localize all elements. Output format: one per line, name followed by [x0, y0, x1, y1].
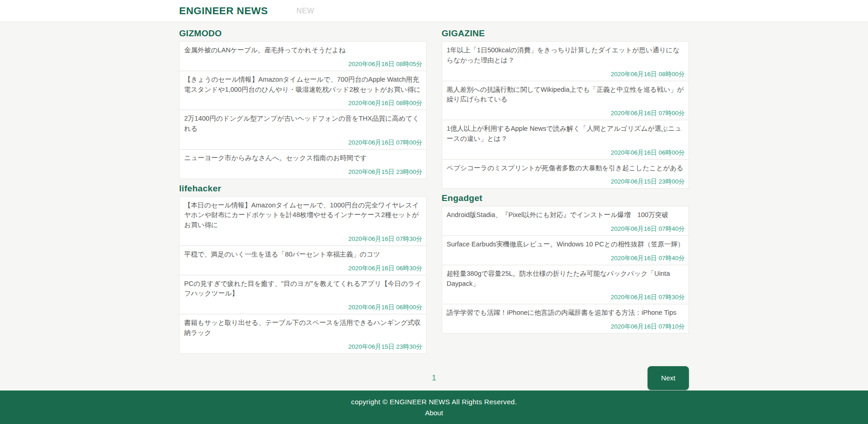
article-title: ニューヨーク市からみなさんへ。セックス指南のお時間です — [184, 153, 423, 163]
footer: copyright © ENGINEER NEWS All Rights Res… — [0, 391, 868, 424]
article-list: 1年以上「1日500kcalの消費」をきっちり計算したダイエットが思い通りになら… — [442, 41, 689, 189]
app-header: ENGINEER NEWS NEW — [0, 0, 868, 22]
article-title: 【きょうのセール情報】Amazonタイムセールで、700円台のApple Wat… — [184, 75, 423, 95]
article-title: 金属外被のLANケーブル。産毛持ってかれそうだよね — [184, 45, 423, 56]
article-timestamp: 2020年06月16日 08時00分 — [447, 70, 685, 78]
article-card[interactable]: Surface Earbuds実機徹底レビュー。Windows 10 PCとの相… — [442, 235, 689, 265]
section-title-engadget: Engadget — [442, 193, 689, 203]
article-card[interactable]: 1年以上「1日500kcalの消費」をきっちり計算したダイエットが思い通りになら… — [442, 42, 689, 81]
article-card[interactable]: 超軽量380gで容量25L。防水仕様の折りたたみ可能なバックパック「Uinta … — [442, 265, 689, 304]
article-timestamp: 2020年06月15日 23時00分 — [184, 168, 423, 176]
article-timestamp: 2020年06月15日 23時00分 — [447, 178, 685, 186]
article-card[interactable]: 語学学習でも活躍！iPhoneに他言語の内蔵辞書を追加する方法：iPhone T… — [442, 304, 689, 333]
article-card[interactable]: 平穏で、満足のいく一生を送る「80パーセント幸福主義」のコツ 2020年06月1… — [180, 245, 426, 275]
article-title: 黒人差別への抗議行動に関してWikipedia上でも「正義と中立性を巡る戦い」が… — [447, 85, 685, 105]
section-gizmodo: GIZMODO 金属外被のLANケーブル。産毛持ってかれそうだよね 2020年0… — [179, 28, 427, 179]
section-lifehacker: lifehacker 【本日のセール情報】Amazonタイムセールで、1000円… — [179, 184, 427, 354]
pagination: 1 Next — [179, 366, 689, 390]
article-timestamp: 2020年06月16日 08時00分 — [184, 99, 423, 107]
article-timestamp: 2020年06月16日 06時00分 — [184, 303, 423, 312]
article-card[interactable]: ニューヨーク市からみなさんへ。セックス指南のお時間です 2020年06月15日 … — [180, 149, 426, 179]
about-link[interactable]: About — [425, 408, 443, 418]
article-title: 書籍もサッと取り出せる、テーブル下のスペースを活用できるハンギング式収納ラック — [184, 318, 423, 338]
article-timestamp: 2020年06月16日 07時30分 — [447, 293, 685, 301]
section-gigazine: GIGAZINE 1年以上「1日500kcalの消費」をきっちり計算したダイエッ… — [442, 28, 689, 189]
article-title: 平穏で、満足のいく一生を送る「80パーセント幸福主義」のコツ — [184, 250, 423, 260]
article-title: ペプシコーラのミスプリントが死傷者多数の大暴動を引き起こしたことがある — [447, 163, 685, 173]
article-timestamp: 2020年06月15日 23時30分 — [184, 343, 423, 351]
news-columns: GIZMODO 金属外被のLANケーブル。産毛持ってかれそうだよね 2020年0… — [179, 22, 689, 358]
header-inner: ENGINEER NEWS NEW — [179, 0, 689, 22]
article-list: Android版Stadia、『Pixel以外にも対応』でインストール爆増 10… — [442, 206, 689, 334]
article-card[interactable]: PCの見すぎで疲れた目を癒す、"目のヨガ"を教えてくれるアプリ【今日のライフハッ… — [180, 275, 426, 314]
article-timestamp: 2020年06月16日 07時40分 — [447, 225, 685, 233]
page-number[interactable]: 1 — [432, 374, 436, 383]
nav-item-new[interactable]: NEW — [297, 7, 315, 15]
article-card[interactable]: 黒人差別への抗議行動に関してWikipedia上でも「正義と中立性を巡る戦い」が… — [442, 81, 689, 120]
article-title: PCの見すぎで疲れた目を癒す、"目のヨガ"を教えてくれるアプリ【今日のライフハッ… — [184, 279, 423, 299]
section-title-gizmodo: GIZMODO — [179, 28, 427, 39]
article-card[interactable]: ペプシコーラのミスプリントが死傷者多数の大暴動を引き起こしたことがある 2020… — [442, 159, 689, 189]
article-title: 1年以上「1日500kcalの消費」をきっちり計算したダイエットが思い通りになら… — [447, 45, 685, 66]
article-title: 2万1400円のドングル型アンプが古いヘッドフォンの音をTHX品質に高めてくれる — [184, 114, 423, 134]
right-column: GIGAZINE 1年以上「1日500kcalの消費」をきっちり計算したダイエッ… — [442, 28, 689, 358]
article-timestamp: 2020年06月16日 06時00分 — [447, 149, 685, 157]
article-card[interactable]: 2万1400円のドングル型アンプが古いヘッドフォンの音をTHX品質に高めてくれる… — [180, 110, 426, 149]
section-title-lifehacker: lifehacker — [179, 184, 427, 194]
section-title-gigazine: GIGAZINE — [442, 28, 689, 39]
article-timestamp: 2020年06月16日 07時00分 — [447, 109, 685, 117]
article-card[interactable]: 【きょうのセール情報】Amazonタイムセールで、700円台のApple Wat… — [180, 71, 426, 110]
article-timestamp: 2020年06月16日 07時40分 — [447, 254, 685, 262]
main-content: GIZMODO 金属外被のLANケーブル。産毛持ってかれそうだよね 2020年0… — [0, 22, 868, 391]
article-card[interactable]: 【本日のセール情報】Amazonタイムセールで、1000円台の完全ワイヤレスイヤ… — [180, 197, 426, 245]
article-title: 1億人以上が利用するApple Newsで読み解く「人間とアルゴリズムが選ぶニュ… — [447, 124, 685, 144]
next-button[interactable]: Next — [648, 366, 689, 390]
main-nav: NEW — [297, 7, 315, 15]
article-card[interactable]: 1億人以上が利用するApple Newsで読み解く「人間とアルゴリズムが選ぶニュ… — [442, 120, 689, 159]
article-card[interactable]: Android版Stadia、『Pixel以外にも対応』でインストール爆増 10… — [442, 206, 689, 235]
article-title: 超軽量380gで容量25L。防水仕様の折りたたみ可能なバックパック「Uinta … — [447, 269, 685, 289]
article-timestamp: 2020年06月16日 06時30分 — [184, 264, 423, 273]
content-container: GIZMODO 金属外被のLANケーブル。産毛持ってかれそうだよね 2020年0… — [179, 22, 689, 390]
left-column: GIZMODO 金属外被のLANケーブル。産毛持ってかれそうだよね 2020年0… — [179, 28, 427, 358]
site-title[interactable]: ENGINEER NEWS — [179, 5, 268, 17]
article-timestamp: 2020年06月16日 07時00分 — [184, 139, 423, 147]
article-timestamp: 2020年06月16日 07時10分 — [447, 323, 685, 331]
article-card[interactable]: 金属外被のLANケーブル。産毛持ってかれそうだよね 2020年06月16日 08… — [180, 42, 426, 71]
article-title: Android版Stadia、『Pixel以外にも対応』でインストール爆増 10… — [447, 210, 685, 220]
article-title: 語学学習でも活躍！iPhoneに他言語の内蔵辞書を追加する方法：iPhone T… — [447, 308, 685, 318]
article-title: 【本日のセール情報】Amazonタイムセールで、1000円台の完全ワイヤレスイヤ… — [184, 201, 423, 230]
copyright-text: copyright © ENGINEER NEWS All Rights Res… — [0, 397, 868, 407]
article-list: 金属外被のLANケーブル。産毛持ってかれそうだよね 2020年06月16日 08… — [179, 41, 427, 179]
article-list: 【本日のセール情報】Amazonタイムセールで、1000円台の完全ワイヤレスイヤ… — [179, 196, 427, 354]
article-card[interactable]: 書籍もサッと取り出せる、テーブル下のスペースを活用できるハンギング式収納ラック … — [180, 314, 426, 353]
article-title: Surface Earbuds実機徹底レビュー。Windows 10 PCとの相… — [447, 240, 685, 250]
section-engadget: Engadget Android版Stadia、『Pixel以外にも対応』でイン… — [442, 193, 689, 334]
article-timestamp: 2020年06月16日 07時30分 — [184, 235, 423, 243]
article-timestamp: 2020年06月16日 08時05分 — [184, 60, 423, 68]
